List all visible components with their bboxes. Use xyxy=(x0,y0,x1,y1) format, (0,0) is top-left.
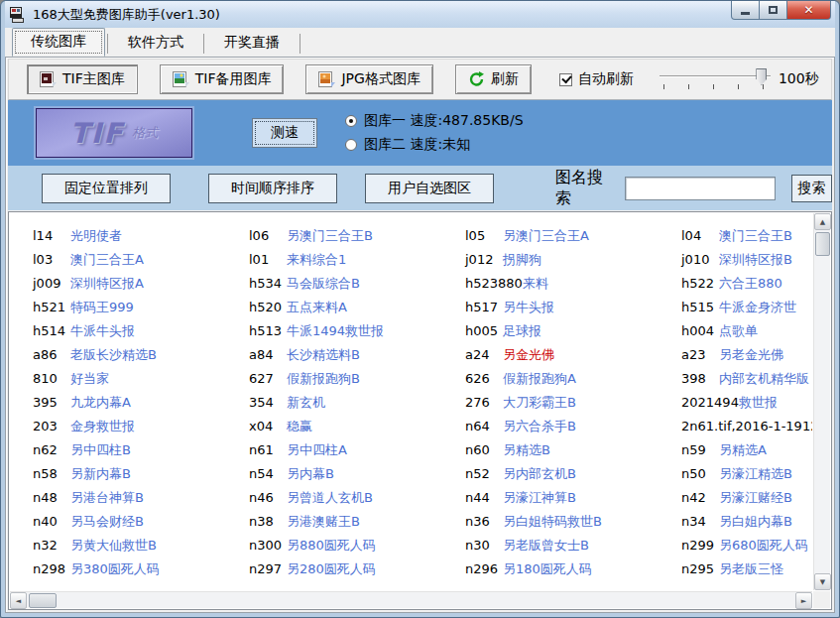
gallery-item[interactable]: n54另内幕B xyxy=(249,462,465,486)
gallery-item[interactable]: h005足球报 xyxy=(465,319,681,343)
gallery-item[interactable]: n300另880圆死人码 xyxy=(249,534,465,557)
gallery-item[interactable]: a84长沙精选料B xyxy=(249,343,465,367)
library-two-option[interactable]: 图库二 速度:未知 xyxy=(345,136,524,154)
item-name[interactable]: 另黄大仙救世B xyxy=(70,538,157,553)
gallery-item[interactable]: l05另澳门三合王A xyxy=(465,224,681,248)
gallery-item[interactable]: h521特码王999 xyxy=(33,296,249,319)
item-name[interactable]: 深圳特区报A xyxy=(70,276,144,291)
checkbox-icon[interactable] xyxy=(559,73,572,86)
gallery-item[interactable]: a23另老金光佛 xyxy=(681,343,812,367)
gallery-item[interactable]: j009深圳特区报A xyxy=(33,272,249,296)
speed-test-button[interactable]: 测速 xyxy=(252,118,317,148)
item-name[interactable]: 牛派1494救世报 xyxy=(287,323,384,338)
item-name[interactable]: 好当家 xyxy=(70,371,109,386)
refresh-interval-slider[interactable] xyxy=(660,66,771,92)
item-name[interactable]: 另老版曾女士B xyxy=(503,538,589,553)
horizontal-scroll-thumb[interactable] xyxy=(29,593,57,608)
auto-refresh-toggle[interactable]: 自动刷新 xyxy=(559,70,634,88)
library-radio[interactable] xyxy=(345,139,357,151)
gallery-item[interactable]: n34另白姐内幕B xyxy=(681,510,812,534)
gallery-item[interactable]: n296另180圆死人码 xyxy=(465,557,681,581)
item-name[interactable]: 另280圆死人码 xyxy=(287,561,376,576)
gallery-item[interactable]: n40另马会财经B xyxy=(33,510,249,534)
gallery-item[interactable]: 2021494救世报 xyxy=(681,391,812,415)
gallery-item[interactable]: n61另中四柱A xyxy=(249,438,465,462)
item-name[interactable]: 另港台神算B xyxy=(70,490,144,505)
item-name[interactable]: 另牛头报 xyxy=(503,300,554,314)
item-name[interactable]: 特码王999 xyxy=(70,300,134,314)
library-radio[interactable] xyxy=(345,115,357,127)
gallery-item[interactable]: h523880来料 xyxy=(465,272,681,296)
gallery-item[interactable]: n298另380圆死人码 xyxy=(33,557,249,581)
item-name[interactable]: 马会版综合B xyxy=(287,276,360,291)
gallery-item[interactable]: n60另精选B xyxy=(465,438,681,462)
gallery-item[interactable]: n299另680圆死人码 xyxy=(681,534,812,557)
item-name[interactable]: 另180圆死人码 xyxy=(503,561,592,576)
gallery-item[interactable]: 810好当家 xyxy=(33,367,249,391)
item-name[interactable]: 光明使者 xyxy=(70,228,122,243)
item-name[interactable]: 假新报跑狗A xyxy=(503,371,576,386)
item-name[interactable]: 另澳门三合王B xyxy=(287,228,373,243)
item-name[interactable]: 另港澳赌王B xyxy=(287,514,360,529)
item-name[interactable]: 另中四柱A xyxy=(287,442,347,457)
item-name[interactable]: 拐脚狗 xyxy=(503,252,541,267)
tif-main-gallery-button[interactable]: TIF主图库 xyxy=(27,64,138,94)
item-name[interactable]: 另白姐内幕B xyxy=(719,514,792,529)
item-name[interactable]: 另精选A xyxy=(719,442,767,457)
item-name[interactable]: 九龙内幕A xyxy=(70,395,131,410)
user-selected-zone-button[interactable]: 用户自选图区 xyxy=(365,174,494,203)
gallery-item[interactable]: 626假新报跑狗A xyxy=(465,367,681,391)
gallery-item[interactable]: 203金身救世报 xyxy=(33,415,249,438)
item-name[interactable]: 另新内幕B xyxy=(70,466,131,481)
gallery-item[interactable]: j010深圳特区报B xyxy=(681,248,812,272)
item-name[interactable]: 牛派牛头报 xyxy=(70,323,135,338)
gallery-item[interactable]: 354新玄机 xyxy=(249,391,465,415)
gallery-item[interactable]: 276大刀彩霸王B xyxy=(465,391,681,415)
scroll-up-button[interactable]: ▲ xyxy=(814,213,831,230)
gallery-item[interactable]: l03澳门三合王A xyxy=(33,248,249,272)
maximize-button[interactable] xyxy=(759,1,787,20)
item-name[interactable]: 五点来料A xyxy=(287,300,347,314)
item-name[interactable]: 澳门三合王A xyxy=(70,252,144,267)
item-name[interactable]: 另380圆死人码 xyxy=(70,561,160,576)
gallery-item[interactable]: h513牛派1494救世报 xyxy=(249,319,465,343)
gallery-item[interactable]: h522六合王880 xyxy=(681,272,812,296)
item-name[interactable]: 另精选B xyxy=(503,442,550,457)
item-name[interactable]: 另濠江神算B xyxy=(503,490,576,505)
gallery-item[interactable]: n64另六合杀手B xyxy=(465,415,681,438)
scroll-right-button[interactable]: ► xyxy=(795,592,812,609)
gallery-item[interactable]: j012拐脚狗 xyxy=(465,248,681,272)
item-name[interactable]: 救世报 xyxy=(739,395,778,410)
gallery-item[interactable]: n59另精选A xyxy=(681,438,812,462)
gallery-item[interactable]: a24另金光佛 xyxy=(465,343,681,367)
gallery-item[interactable]: n295另老版三怪 xyxy=(681,557,812,581)
item-name[interactable]: 另曾道人玄机B xyxy=(287,490,373,505)
gallery-item[interactable]: 398内部玄机精华版 xyxy=(681,367,812,391)
title-bar[interactable]: 168大型免费图库助手(ver1.30) ✕ xyxy=(5,1,835,28)
gallery-item[interactable]: x04稳赢 xyxy=(249,415,465,438)
tab-software-mode[interactable]: 软件方式 xyxy=(110,30,201,57)
item-name[interactable]: 来料 xyxy=(523,276,548,291)
item-name[interactable]: 金身救世报 xyxy=(70,419,135,433)
gallery-item[interactable]: n42另濠江赌经B xyxy=(681,486,812,510)
gallery-item[interactable]: h515牛派金身济世 xyxy=(681,296,812,319)
gallery-item[interactable]: h534马会版综合B xyxy=(249,272,465,296)
item-name[interactable]: 牛派金身济世 xyxy=(719,300,796,314)
jpg-gallery-button[interactable]: JPG格式图库 xyxy=(305,64,432,94)
item-name[interactable]: 另白姐特码救世B xyxy=(503,514,602,529)
item-name[interactable]: 另马会财经B xyxy=(70,514,144,529)
item-name[interactable]: 来料综合1 xyxy=(287,252,346,267)
gallery-item[interactable]: n50另濠江精选B xyxy=(681,462,812,486)
item-name[interactable]: 新玄机 xyxy=(287,395,325,410)
scroll-left-button[interactable]: ◄ xyxy=(10,592,27,609)
gallery-item[interactable]: h004点歌单 xyxy=(681,319,812,343)
gallery-item[interactable]: n48另港台神算B xyxy=(33,486,249,510)
gallery-item[interactable]: n46另曾道人玄机B xyxy=(249,486,465,510)
gallery-item[interactable]: l06另澳门三合王B xyxy=(249,224,465,248)
fixed-position-sort-button[interactable]: 固定位置排列 xyxy=(42,174,171,203)
search-button[interactable]: 搜索 xyxy=(791,175,832,202)
vertical-scrollbar[interactable]: ▲ ▼ xyxy=(813,213,830,590)
tab-live-draw[interactable]: 开奖直播 xyxy=(206,30,298,57)
gallery-item[interactable]: n32另黄大仙救世B xyxy=(33,534,249,557)
item-name[interactable]: 另金光佛 xyxy=(503,347,554,362)
